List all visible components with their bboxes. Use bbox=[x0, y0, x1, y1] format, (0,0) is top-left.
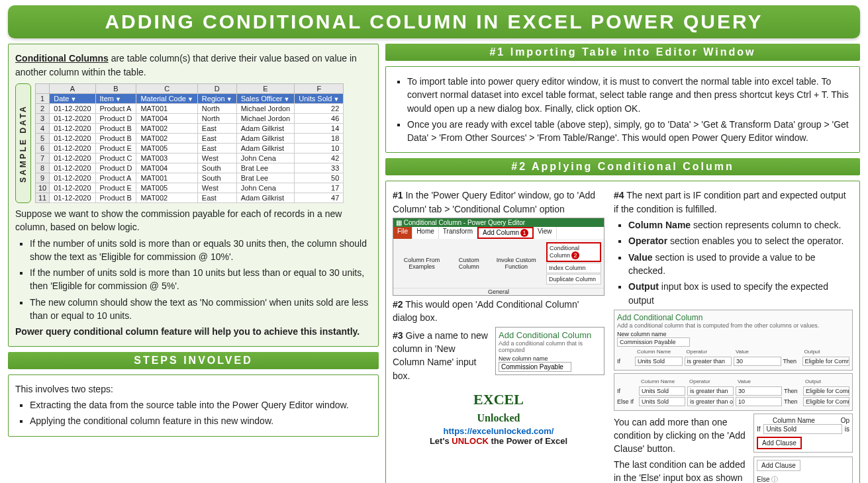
tab-file: File bbox=[393, 227, 412, 239]
else-screenshot: Add Clause Else ⓘ ABC123 ▾No Commission bbox=[753, 457, 853, 483]
suppose-text: Suppose we want to show the commission p… bbox=[15, 207, 371, 234]
add-cond-dialog-mini: Add Conditional Column Add a conditional… bbox=[495, 327, 604, 375]
sample-table: ABCDEF 1Date▼Item▼Material Code▼Region▼S… bbox=[35, 83, 344, 203]
intro-box: Conditional Columns are table column(s) … bbox=[8, 44, 379, 347]
step2-num: #2 bbox=[393, 299, 403, 310]
duplicate-column-btn: Duplicate Column bbox=[546, 274, 601, 285]
last-cond-text: The last condition can be added in the '… bbox=[614, 458, 747, 483]
cond-dialog-screenshot-2: Column NameOperatorValueOutput IfUnits S… bbox=[614, 373, 853, 411]
conditional-column-btn: Conditional Column2 bbox=[546, 242, 601, 262]
list-item: Applying the conditional column feature … bbox=[30, 414, 371, 427]
tab-view: View bbox=[534, 227, 557, 239]
sec1-box: To import table into power query editor … bbox=[385, 66, 860, 153]
ribbon-screenshot: ▦ Conditional Column - Power Query Edito… bbox=[393, 218, 604, 296]
step4-bullets: Column Name section represents column to… bbox=[614, 218, 853, 307]
step4-text: The next part is IF condition part and e… bbox=[614, 190, 846, 214]
list-item: The new column should show the text as '… bbox=[30, 296, 371, 323]
index-column-btn: Index Column bbox=[546, 263, 601, 273]
list-item: Column Name section represents column to… bbox=[628, 218, 853, 232]
sample-label: SAMPLE DATA bbox=[15, 83, 31, 203]
term: Conditional Columns bbox=[15, 53, 109, 64]
sec1-header: #1 Importing Table into Editor Window bbox=[385, 44, 860, 61]
site-link[interactable]: https://excelunlocked.com/ bbox=[444, 426, 554, 436]
steps-header: STEPS INVOLVED bbox=[8, 352, 379, 369]
logic-list: If the number of units sold is more than… bbox=[15, 237, 371, 323]
add-clause-button: Add Clause bbox=[757, 437, 802, 449]
step4-num: #4 bbox=[614, 190, 624, 200]
list-item: Extracting the data from the source tabl… bbox=[30, 398, 371, 412]
tab-add-column: Add Column1 bbox=[477, 227, 534, 239]
step2-text: This would open 'Add Conditional Column'… bbox=[393, 299, 579, 323]
new-column-name-input bbox=[499, 362, 571, 372]
sec2-header: #2 Applying Conditional Column bbox=[385, 158, 860, 175]
conclusion: Power query conditional column feature w… bbox=[15, 325, 371, 338]
list-item: To import table into power query editor … bbox=[407, 75, 853, 115]
steps-intro: This involves two steps: bbox=[15, 382, 371, 396]
list-item: Operator section enables you to select t… bbox=[628, 234, 853, 247]
more-cond-text: You can add more than one condition by c… bbox=[614, 416, 747, 456]
tab-home: Home bbox=[412, 227, 439, 239]
step3-text: Give a name to new column in 'New Column… bbox=[393, 330, 488, 381]
page-title: ADDING CONDITIONAL COLUMN IN EXCEL POWER… bbox=[8, 5, 860, 38]
list-item: If the number of units sold is more than… bbox=[30, 266, 371, 293]
callout-1: 1 bbox=[520, 229, 528, 237]
list-item: If the number of units sold is more than… bbox=[30, 237, 371, 264]
tab-transform: Transform bbox=[439, 227, 477, 239]
excel-icon: ▦ bbox=[396, 219, 402, 226]
steps-list: Extracting the data from the source tabl… bbox=[15, 398, 371, 428]
step3-num: #3 bbox=[393, 330, 403, 341]
callout-2: 2 bbox=[571, 251, 579, 259]
step1-num: #1 bbox=[393, 190, 403, 200]
cond-dialog-screenshot: Add Conditional Column Add a conditional… bbox=[614, 310, 853, 371]
add-clause-screenshot: Column NameOp IfUnits Soldis Add Clause bbox=[753, 414, 853, 453]
steps-box: This involves two steps: Extracting the … bbox=[8, 374, 379, 437]
sec2-box: #1 In the 'Power Query Editor' window, g… bbox=[385, 181, 860, 483]
list-item: Value section is used to provide a value… bbox=[628, 251, 853, 278]
logo-area: EXCELUnlocked https://excelunlocked.com/… bbox=[393, 391, 604, 446]
list-item: Output input box is used to specify the … bbox=[628, 280, 853, 307]
step1-text: In the 'Power Query Editor' window, go t… bbox=[393, 190, 595, 214]
list-item: Once you are ready with excel table (abo… bbox=[407, 118, 853, 145]
